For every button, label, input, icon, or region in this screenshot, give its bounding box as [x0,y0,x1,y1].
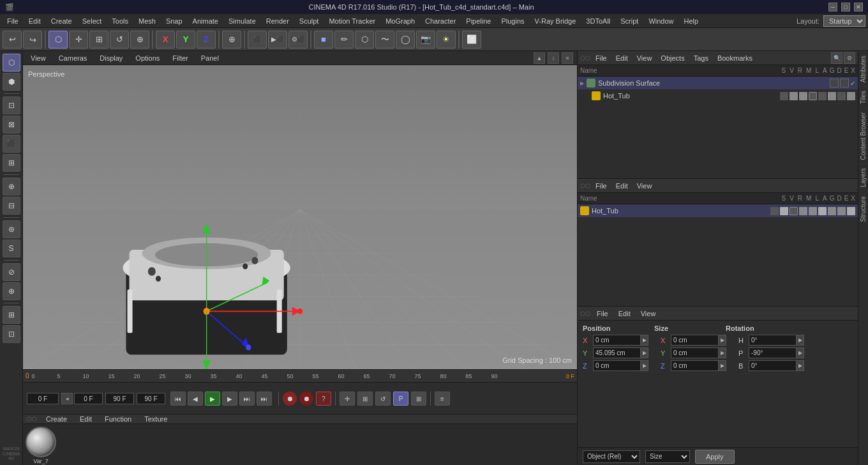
material-manager-button[interactable]: ⊡ [3,325,20,343]
end-frame-input[interactable] [105,393,134,404]
polygons-mode-button[interactable]: ⬛ [3,135,20,153]
attributes-menu-view[interactable]: View [637,309,660,318]
move-tool-button[interactable]: ✛ [69,31,88,49]
z-axis-button[interactable]: Z [197,31,216,49]
auto-key-button[interactable]: ? [316,392,331,406]
menu-help[interactable]: Help [680,16,703,26]
timeline-ruler-area[interactable]: 0 5 10 15 20 25 30 35 40 45 50 55 60 65 … [32,373,564,379]
cube-primitive-button[interactable]: ■ [314,31,333,49]
y-axis-button[interactable]: Y [176,31,195,49]
menu-motion-tracker[interactable]: Motion Tracker [324,16,380,26]
menu-script[interactable]: Script [616,16,643,26]
position-z-input[interactable] [593,360,641,371]
viewport-expand-button[interactable]: ↕ [548,52,559,64]
param-key-button[interactable]: P [393,392,408,406]
size-x-input[interactable] [671,335,719,346]
menu-character[interactable]: Character [421,16,460,26]
objects-menu-edit[interactable]: Edit [612,54,632,63]
object-item-hottub[interactable]: Hot_Tub [578,89,858,102]
subdiv-check-2[interactable] [840,79,849,88]
step-frame-btn[interactable]: ◂ [61,393,73,404]
viewport-settings-button[interactable]: ≡ [562,52,573,64]
rotation-p-input[interactable] [749,347,797,358]
goto-start-button[interactable]: ⏮ [170,392,186,406]
viewport-menu-options[interactable]: Options [131,54,163,63]
menu-sculpt[interactable]: Sculpt [295,16,324,26]
size-y-arrow[interactable]: ▶ [719,347,726,358]
size-z-input[interactable] [671,360,719,371]
materials-menu-function[interactable]: Function [101,415,135,423]
close-button[interactable]: ✕ [854,3,863,11]
viewport-3d[interactable]: Perspective Grid Spacing : 100 cm [23,65,577,369]
undo-button[interactable]: ↩ [3,31,22,49]
size-y-input[interactable] [671,347,719,358]
edges-mode-button[interactable]: ⊠ [3,116,20,133]
viewport-menu-view[interactable]: View [27,54,50,63]
menu-snap[interactable]: Snap [161,16,187,26]
render-region-button[interactable]: ⬛ [248,31,267,49]
position-y-input[interactable] [593,347,641,358]
points-mode-button[interactable]: ⊡ [3,96,20,114]
rotation-b-input[interactable] [749,360,797,371]
menu-tools[interactable]: Tools [107,16,133,26]
menu-create[interactable]: Create [47,16,77,26]
rotate-tool-button[interactable]: ↺ [110,31,129,49]
viewport-menu-panel[interactable]: Panel [197,54,223,63]
light-button[interactable]: ☀ [437,31,456,49]
sidebar-tab-content-browser[interactable]: Content Browser [858,108,868,164]
apply-button[interactable]: Apply [695,450,735,464]
search-icon-btn[interactable]: 🔍 [831,52,842,64]
objects-menu-objects[interactable]: Objects [657,54,688,63]
next-frame-button[interactable]: ▶ [222,392,237,406]
layout-dropdown[interactable]: Startup [823,15,865,27]
redo-button[interactable]: ↩ [23,31,42,49]
extrude-button[interactable]: ⊕ [3,282,20,300]
camera-button[interactable]: 📷 [416,31,435,49]
position-z-arrow[interactable]: ▶ [641,360,648,371]
menu-3dtoall[interactable]: 3DToAll [581,16,615,26]
rotation-b-arrow[interactable]: ▶ [797,360,804,371]
menu-pipeline[interactable]: Pipeline [461,16,495,26]
viewport-menu-cameras[interactable]: Cameras [55,54,91,63]
materials-menu-texture[interactable]: Texture [140,415,171,423]
viewport-maximize-button[interactable]: ▲ [534,52,545,64]
loop-button[interactable]: ⏭ [257,392,272,406]
menu-render[interactable]: Render [262,16,294,26]
rotate-key-button[interactable]: ↺ [375,392,391,406]
menu-mograph[interactable]: MoGraph [381,16,419,26]
sidebar-tab-layers[interactable]: Layers [858,164,868,191]
texture-axis-button[interactable]: ⊕ [3,178,20,195]
materials-menu-create[interactable]: Create [42,415,71,423]
record-all-button[interactable]: ⏺ [299,392,313,406]
mesh-mode-button[interactable]: ⬢ [3,73,20,91]
render-settings-button[interactable]: ⚙⬛ [288,31,308,49]
snap-button[interactable]: S [3,240,20,257]
menu-file[interactable]: File [3,16,23,26]
workplane-button[interactable]: ⊟ [3,197,20,215]
select-tool-button[interactable]: ⬡ [49,31,68,49]
attributes-menu-file[interactable]: File [593,309,612,318]
scale-key-button[interactable]: ⊞ [357,392,373,406]
rotation-p-arrow[interactable]: ▶ [797,347,804,358]
viewport-menu-display[interactable]: Display [96,54,126,63]
objects-menu-bookmarks[interactable]: Bookmarks [714,54,756,63]
position-x-arrow[interactable]: ▶ [641,335,648,346]
spline-pen-button[interactable]: ✏ [334,31,354,49]
subdiv-check-1[interactable] [830,79,839,88]
world-space-button[interactable]: ⊕ [222,31,241,49]
nurbs-button[interactable]: ⬡ [355,31,374,49]
object-manager-button[interactable]: ⊞ [3,306,20,324]
sidebar-tab-attributes[interactable]: Attributes [858,51,868,86]
position-y-arrow[interactable]: ▶ [641,347,648,358]
attributes-menu-edit[interactable]: Edit [615,309,634,318]
menu-select[interactable]: Select [78,16,107,26]
start-frame-input[interactable] [74,393,103,404]
floor-button[interactable]: ⬜ [462,31,481,49]
menu-window[interactable]: Window [644,16,678,26]
rotation-h-input[interactable] [749,335,797,346]
coord-system-dropdown[interactable]: Object (Rel) World Parent [583,450,640,463]
x-axis-button[interactable]: X [156,31,175,49]
size-z-arrow[interactable]: ▶ [719,360,726,371]
mat-list-menu-edit[interactable]: Edit [612,181,632,190]
environment-button[interactable]: ◯ [396,31,415,49]
